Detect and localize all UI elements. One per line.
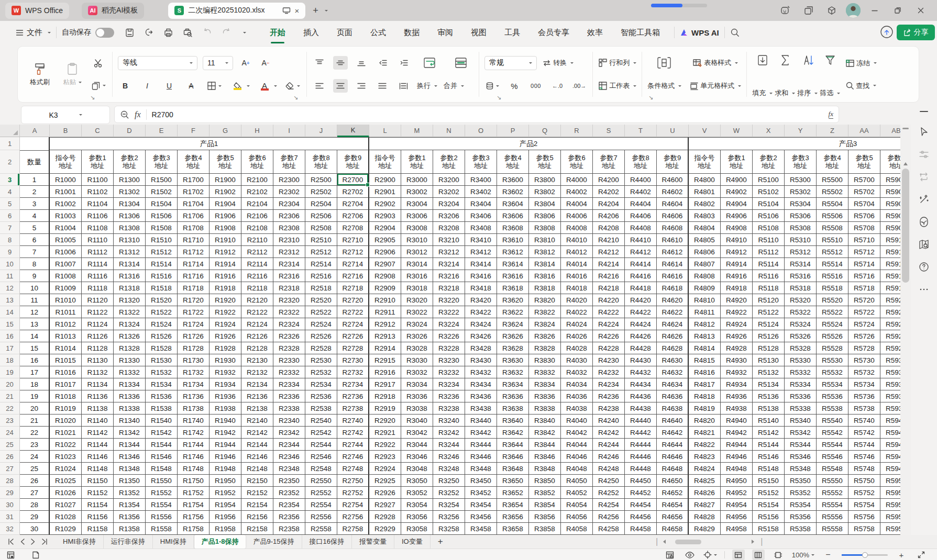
row-header-16[interactable]: 16 [0, 330, 20, 342]
cell-J27[interactable]: R2548 [305, 463, 337, 475]
cell-N18[interactable]: R3230 [433, 354, 465, 366]
fx-icon[interactable]: fx [135, 110, 141, 119]
cell-H9[interactable]: R2112 [241, 246, 273, 258]
cell-Y29[interactable]: R5352 [785, 487, 817, 499]
cell[interactable]: 3 [20, 198, 50, 210]
cell-G27[interactable]: R1948 [210, 463, 241, 475]
cell-C21[interactable]: R1136 [82, 390, 114, 402]
cell-Z12[interactable]: R5518 [817, 282, 848, 294]
cell-M23[interactable]: R3040 [401, 415, 433, 427]
cell-V32[interactable]: R4829 [689, 523, 721, 535]
cell-AB22[interactable]: R5938 [880, 402, 900, 415]
cell[interactable]: 11 [20, 294, 50, 306]
cell-D31[interactable]: R1356 [114, 511, 146, 523]
cell-AA22[interactable]: R5738 [848, 402, 880, 415]
cell-L29[interactable]: R2926 [369, 487, 401, 499]
cell-G9[interactable]: R1912 [210, 246, 241, 258]
cell-Z14[interactable]: R5522 [817, 306, 848, 318]
cell-C26[interactable]: R1146 [82, 451, 114, 463]
menu-tab-审阅[interactable]: 审阅 [437, 28, 453, 38]
notes-status-icon[interactable] [29, 550, 42, 560]
cast-screen-icon[interactable] [282, 7, 291, 14]
cell-O17[interactable]: R3428 [465, 342, 497, 354]
cell-X9[interactable]: R5112 [753, 246, 785, 258]
product-merged-cell[interactable]: 产品3 [689, 137, 900, 150]
cell-P12[interactable]: R3618 [497, 282, 529, 294]
cell-N30[interactable]: R3254 [433, 499, 465, 511]
cell-C32[interactable]: R1158 [82, 523, 114, 535]
share-button[interactable]: 分享 [897, 25, 935, 40]
cell-J13[interactable]: R2520 [305, 294, 337, 306]
cell-V12[interactable]: R4809 [689, 282, 721, 294]
cell-T19[interactable]: R4432 [625, 366, 657, 378]
alignment-expand-icon[interactable]: ↘ [497, 94, 501, 101]
cell-Z20[interactable]: R5534 [817, 378, 848, 390]
cell-C9[interactable]: R1112 [82, 246, 114, 258]
sheet-tab[interactable]: HMI非保持 [56, 535, 104, 548]
row-header-11[interactable]: 11 [0, 270, 20, 282]
column-header-P[interactable]: P [497, 125, 529, 137]
cell-Z21[interactable]: R5536 [817, 390, 848, 402]
cell-L8[interactable]: R2905 [369, 234, 401, 246]
cell-AB17[interactable]: R5928 [880, 342, 900, 354]
cell-U12[interactable]: R4618 [657, 282, 689, 294]
cell-AB4[interactable]: R5902 [880, 186, 900, 198]
merge-cells-button[interactable]: 合并 [444, 81, 464, 91]
cell-X5[interactable]: R5104 [753, 198, 785, 210]
cell-W29[interactable]: R4952 [721, 487, 753, 499]
header-cell-S2[interactable]: 参数7地址 [593, 150, 625, 174]
font-expand-icon[interactable]: ↘ [293, 94, 298, 101]
cell-U16[interactable]: R4626 [657, 330, 689, 342]
cell-W3[interactable]: R4900 [721, 174, 753, 186]
cell-U10[interactable]: R4614 [657, 258, 689, 270]
column-header-L[interactable]: L [369, 125, 401, 137]
cell-L30[interactable]: R2927 [369, 499, 401, 511]
cell-D26[interactable]: R1346 [114, 451, 146, 463]
cell-B21[interactable]: R1018 [50, 390, 82, 402]
cell-I11[interactable]: R2316 [273, 270, 305, 282]
cell-J4[interactable]: R2502 [305, 186, 337, 198]
cell-N5[interactable]: R3204 [433, 198, 465, 210]
column-header-E[interactable]: E [146, 125, 178, 137]
cell-Y27[interactable]: R5348 [785, 463, 817, 475]
menu-tab-页面[interactable]: 页面 [337, 28, 352, 38]
cell-V17[interactable]: R4814 [689, 342, 721, 354]
cell-I6[interactable]: R2306 [273, 210, 305, 222]
cell-H24[interactable]: R2142 [241, 427, 273, 439]
cell-I28[interactable]: R2350 [273, 475, 305, 487]
cell-AB15[interactable]: R5924 [880, 318, 900, 330]
page-layout-view-button[interactable] [752, 550, 765, 560]
cell-P22[interactable]: R3638 [497, 402, 529, 415]
cut-button[interactable] [90, 57, 107, 70]
cell-AB10[interactable]: R5914 [880, 258, 900, 270]
row-header-1[interactable]: 1 [0, 137, 20, 150]
cell-D9[interactable]: R1312 [114, 246, 146, 258]
cell-N25[interactable]: R3244 [433, 439, 465, 451]
increase-decimal-button[interactable]: ←.0 [550, 79, 565, 93]
menu-tab-插入[interactable]: 插入 [303, 28, 319, 38]
cell-D25[interactable]: R1344 [114, 439, 146, 451]
cell-G17[interactable]: R1928 [210, 342, 241, 354]
cell-V7[interactable]: R4804 [689, 222, 721, 234]
sheet-tab[interactable]: 报警变量 [352, 535, 394, 548]
cell-C28[interactable]: R1150 [82, 475, 114, 487]
italic-button[interactable]: I [140, 79, 155, 93]
cell-Y31[interactable]: R5356 [785, 511, 817, 523]
cell-X7[interactable]: R5108 [753, 222, 785, 234]
cell-C12[interactable]: R1118 [82, 282, 114, 294]
cell-L14[interactable]: R2911 [369, 306, 401, 318]
cell-M15[interactable]: R3024 [401, 318, 433, 330]
cell-W32[interactable]: R4958 [721, 523, 753, 535]
cell-K28[interactable]: R2750 [337, 475, 369, 487]
cell-D30[interactable]: R1354 [114, 499, 146, 511]
cell-W11[interactable]: R4916 [721, 270, 753, 282]
cell[interactable]: 10 [20, 282, 50, 294]
cell-I13[interactable]: R2320 [273, 294, 305, 306]
cell-X4[interactable]: R5102 [753, 186, 785, 198]
cell-W14[interactable]: R4922 [721, 306, 753, 318]
cell-N14[interactable]: R3222 [433, 306, 465, 318]
cell-E21[interactable]: R1536 [146, 390, 178, 402]
cell-H20[interactable]: R2134 [241, 378, 273, 390]
column-header-Q[interactable]: Q [529, 125, 561, 137]
row-header-24[interactable]: 24 [0, 427, 20, 439]
